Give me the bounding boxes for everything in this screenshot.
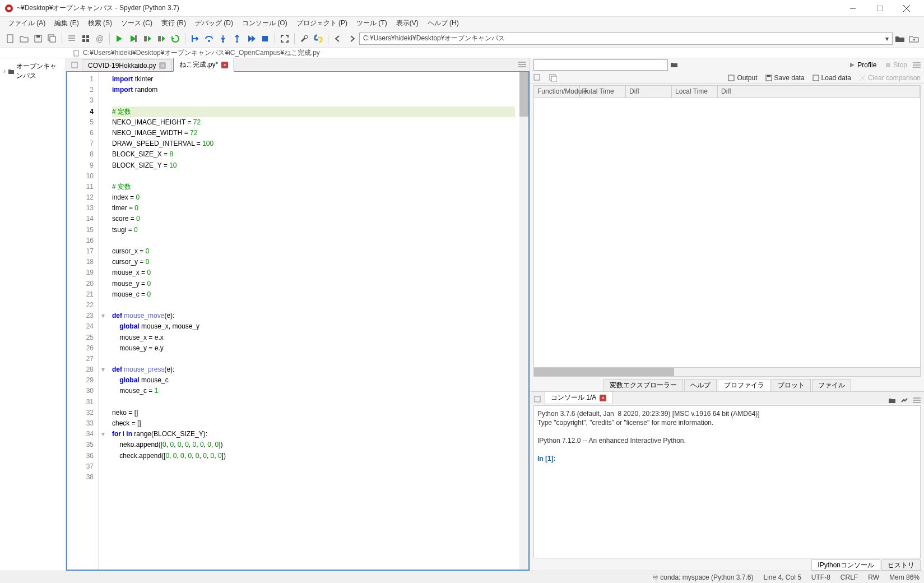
rerun-button[interactable] [169, 32, 182, 45]
step-over-button[interactable] [202, 32, 216, 45]
status-eol[interactable]: CRLF [841, 573, 858, 581]
tab-history[interactable]: ヒストリ [881, 559, 921, 571]
menu-project[interactable]: プロジェクト (P) [292, 17, 352, 29]
interrupt-icon[interactable] [888, 396, 896, 404]
step-out-button[interactable] [230, 32, 244, 45]
menu-file[interactable]: ファイル (A) [3, 17, 50, 29]
col-diff[interactable]: Diff [626, 86, 672, 98]
svg-rect-41 [813, 75, 819, 81]
console-area: コンソール 1/A × Python 3.7.6 (default, Jan 8… [530, 391, 924, 571]
menu-search[interactable]: 検索 (S) [83, 17, 117, 29]
col-local-time[interactable]: Local Time [672, 86, 718, 98]
run-button[interactable] [113, 32, 126, 45]
working-dir-input[interactable]: C:¥Users¥hideki¥Desktop¥オープンキャンパス▾ [359, 33, 893, 45]
folder-icon[interactable] [670, 61, 678, 69]
col-function[interactable]: Function/Module [534, 86, 580, 98]
svg-rect-6 [7, 35, 13, 43]
menu-edit[interactable]: 編集 (E) [50, 17, 83, 29]
scroll-thumb[interactable] [519, 72, 528, 117]
close-icon[interactable]: × [221, 62, 228, 68]
load-data-button[interactable]: Load data [812, 74, 851, 82]
col-total-time[interactable]: Total Time [580, 86, 626, 98]
options-icon[interactable] [518, 61, 526, 68]
col-diff2[interactable]: Diff [718, 86, 920, 98]
collapse-icon[interactable] [533, 74, 541, 82]
menu-console[interactable]: コンソール (O) [238, 17, 292, 29]
tree-root[interactable]: › オープンキャンパス [2, 61, 63, 82]
svg-rect-35 [534, 75, 540, 80]
svg-rect-14 [82, 35, 85, 38]
restart-icon[interactable] [900, 396, 908, 404]
maximize-button[interactable] [867, 1, 893, 16]
outline-button[interactable] [65, 32, 78, 45]
profile-button[interactable]: Profile [846, 60, 880, 70]
parent-dir-button[interactable] [907, 32, 921, 45]
minimize-button[interactable] [840, 1, 866, 16]
run-selection-button[interactable] [141, 32, 154, 45]
tab-plot[interactable]: プロット [772, 379, 811, 392]
svg-rect-3 [877, 6, 883, 11]
cell-button[interactable] [79, 32, 92, 45]
status-mem[interactable]: Mem 86% [889, 573, 920, 581]
code-editor[interactable]: 1234567891011121314151617181920212223242… [66, 72, 530, 571]
svg-rect-37 [551, 76, 557, 82]
save-button[interactable] [31, 32, 45, 45]
console-line: Python 3.7.6 (default, Jan 8 2020, 20:23… [537, 410, 760, 418]
console-output[interactable]: Python 3.7.6 (default, Jan 8 2020, 20:23… [533, 405, 921, 558]
tab-file[interactable]: ファイル [812, 379, 851, 392]
hscroll-thumb[interactable] [534, 368, 674, 376]
debug-button[interactable] [188, 32, 202, 45]
new-file-button[interactable] [3, 32, 17, 45]
forward-button[interactable] [345, 32, 359, 45]
continue-button[interactable] [244, 32, 258, 45]
close-button[interactable] [894, 1, 920, 16]
close-icon[interactable]: × [159, 62, 166, 69]
tab-neko[interactable]: ねこ完成.py* × [173, 58, 234, 72]
run-cell-advance-button[interactable] [155, 32, 168, 45]
status-position[interactable]: Line 4, Col 5 [763, 573, 801, 581]
options-icon[interactable] [913, 396, 921, 404]
maximize-pane-button[interactable] [278, 32, 291, 45]
step-into-button[interactable] [216, 32, 230, 45]
menu-view[interactable]: 表示(V) [392, 17, 423, 29]
save-all-button[interactable] [45, 32, 59, 45]
window-title: ~¥Desktop¥オープンキャンパス - Spyder (Python 3.7… [17, 3, 840, 13]
menu-source[interactable]: ソース (C) [117, 17, 157, 29]
tab-ipython-console[interactable]: IPythonコンソール [811, 559, 880, 571]
menu-run[interactable]: 実行 (R) [157, 17, 191, 29]
python-path-button[interactable] [312, 32, 325, 45]
status-conda[interactable]: ♾ conda: myspace (Python 3.7.6) [652, 573, 753, 581]
vertical-scrollbar[interactable] [519, 72, 528, 570]
horizontal-scrollbar[interactable] [533, 368, 921, 377]
tab-help[interactable]: ヘルプ [684, 379, 717, 392]
sync-icon[interactable] [533, 395, 541, 403]
editor-tabs: COVID-19Hokkaido.py × ねこ完成.py* × [66, 58, 530, 72]
back-button[interactable] [331, 32, 345, 45]
profiler-file-combo[interactable] [533, 59, 668, 71]
sync-icon[interactable] [71, 61, 78, 69]
status-encoding[interactable]: UTF-8 [811, 573, 830, 581]
save-data-button[interactable]: Save data [765, 74, 805, 82]
code-content[interactable]: import tkinterimport random # 定数NEKO_IMA… [108, 72, 519, 570]
options-icon[interactable] [913, 61, 921, 69]
tab-covid[interactable]: COVID-19Hokkaido.py × [82, 59, 172, 71]
menu-tool[interactable]: ツール (T) [352, 17, 392, 29]
output-button[interactable]: Output [728, 74, 757, 82]
expand-icon[interactable] [549, 74, 557, 82]
preferences-button[interactable] [298, 32, 311, 45]
tab-profiler[interactable]: プロファイラ [718, 379, 770, 392]
console-tab[interactable]: コンソール 1/A × [545, 391, 612, 404]
menu-debug[interactable]: デバッグ (D) [191, 17, 238, 29]
titlebar: ~¥Desktop¥オープンキャンパス - Spyder (Python 3.7… [0, 0, 924, 17]
close-icon[interactable]: × [600, 395, 606, 401]
menu-help[interactable]: ヘルプ (H) [423, 17, 463, 29]
status-rw[interactable]: RW [868, 573, 879, 581]
open-file-button[interactable] [17, 32, 31, 45]
stop-debug-button[interactable] [258, 32, 272, 45]
clear-comparison-button[interactable]: Clear comparison [859, 74, 921, 82]
goto-button[interactable]: @ [93, 32, 106, 45]
stop-button[interactable]: Stop [882, 60, 911, 70]
run-cell-button[interactable] [127, 32, 140, 45]
tab-variable-explorer[interactable]: 変数エクスプローラー [603, 379, 683, 392]
browse-dir-button[interactable] [893, 32, 907, 45]
